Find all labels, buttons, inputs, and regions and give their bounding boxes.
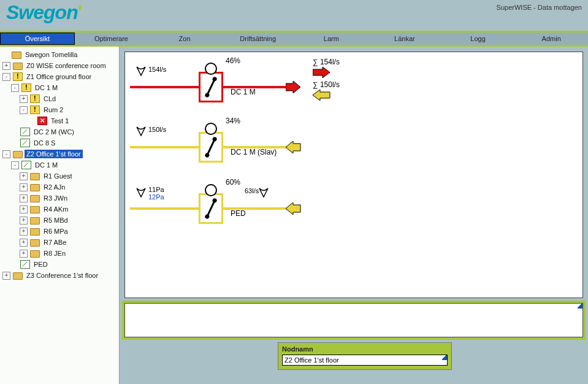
damper-dc1m-slav[interactable]	[199, 132, 223, 163]
tree-label: DC 2 M (WC)	[32, 128, 76, 136]
damper-dc1m[interactable]	[199, 72, 223, 102]
expand-icon[interactable]: +	[2, 62, 10, 70]
ok-icon	[20, 260, 30, 269]
tree-row[interactable]: +R4 AKm	[2, 204, 119, 215]
tree-row[interactable]: -Rum 2	[2, 104, 119, 115]
collapse-icon[interactable]: -	[11, 84, 19, 92]
expand-icon[interactable]: +	[2, 272, 10, 280]
tree-label: DC 1 M	[33, 83, 59, 92]
tree-row[interactable]: Swegon Tomelilla	[2, 49, 119, 60]
folder-icon	[30, 206, 40, 213]
tree-row[interactable]: Test 1	[2, 115, 119, 126]
arrow-left-icon	[286, 202, 302, 215]
spacer	[11, 261, 18, 268]
expand-icon[interactable]: +	[20, 183, 28, 191]
damper-pct: 46%	[226, 56, 240, 65]
tree-row[interactable]: -Z2 Office 1'st floor	[2, 148, 119, 159]
tree-label: R8 JEn	[42, 249, 67, 258]
tree-row[interactable]: +R3 JWn	[2, 193, 119, 204]
folder-icon	[30, 239, 40, 247]
nav-länkar[interactable]: Länkar	[368, 33, 441, 45]
arrow-right-icon	[286, 81, 302, 93]
tree-label: R7 ABe	[42, 238, 68, 247]
expand-icon[interactable]: +	[20, 95, 28, 103]
svg-marker-3	[286, 141, 300, 153]
folder-icon	[13, 63, 23, 70]
expand-icon[interactable]: +	[20, 228, 28, 236]
tree-label: R3 JWn	[42, 194, 69, 202]
nav-översikt[interactable]: Översikt	[0, 33, 75, 45]
tree-row[interactable]: +R7 ABe	[2, 237, 119, 248]
spacer	[11, 129, 18, 136]
spacer	[11, 140, 18, 147]
tree-row[interactable]: +R2 AJn	[2, 182, 119, 193]
ok-icon	[20, 139, 30, 147]
arrow-right-icon	[313, 67, 331, 78]
antenna-icon	[259, 188, 269, 198]
nav-larm[interactable]: Larm	[295, 33, 368, 45]
tree-row[interactable]: +CLd	[2, 93, 119, 104]
tree-label: Swegon Tomelilla	[23, 50, 79, 59]
tree-row[interactable]: +R5 MBd	[2, 215, 119, 226]
damper-name: PED	[231, 209, 246, 218]
folder-icon	[30, 184, 40, 191]
tree-label: Test 1	[49, 117, 71, 125]
warn-icon	[21, 83, 31, 92]
tree-label: PED	[32, 260, 50, 269]
damper-pct: 60%	[226, 178, 240, 186]
nodename-panel: Nodnamn	[278, 342, 452, 370]
tree-row[interactable]: +R8 JEn	[2, 248, 119, 259]
folder-icon	[30, 250, 40, 258]
nav-logg[interactable]: Logg	[441, 33, 515, 45]
tree-row[interactable]: +R1 Guest	[2, 171, 119, 182]
notes-area[interactable]	[124, 303, 583, 337]
antenna-icon	[136, 188, 146, 198]
damper-ped[interactable]	[199, 193, 223, 224]
expand-icon[interactable]: +	[20, 205, 28, 213]
pressure-setpoint: 12Pa	[148, 193, 164, 201]
antenna-icon	[136, 126, 146, 136]
tree-row[interactable]: DC 2 M (WC)	[2, 126, 119, 137]
collapse-icon[interactable]: -	[11, 161, 19, 169]
warn-icon	[30, 94, 40, 103]
ok-icon	[21, 161, 31, 169]
expand-icon[interactable]: +	[20, 194, 28, 202]
expand-icon[interactable]: +	[20, 172, 28, 180]
tree-row[interactable]: +Z0 WISE conference room	[2, 60, 119, 71]
nav-admin[interactable]: Admin	[514, 33, 588, 45]
arrow-left-icon	[313, 90, 331, 101]
nav-zon[interactable]: Zon	[148, 33, 221, 45]
status-text: SuperWISE - Data mottagen	[497, 2, 582, 11]
tree-row[interactable]: DC 8 S	[2, 137, 119, 148]
tree-row[interactable]: +Z3 Conference 1'st floor	[2, 270, 119, 281]
tree-row[interactable]: -DC 1 M	[2, 82, 119, 93]
svg-marker-2	[313, 90, 330, 101]
pressure-value: 11Pa	[148, 186, 164, 193]
arrow-left-icon	[286, 141, 302, 153]
tree-label: Rum 2	[42, 106, 65, 114]
folder-icon	[30, 228, 40, 236]
tree-label: Z2 Office 1'st floor	[25, 150, 83, 158]
tree-row[interactable]: PED	[2, 259, 119, 270]
svg-marker-1	[313, 67, 330, 78]
nav-optimerare[interactable]: Optimerare	[75, 33, 148, 45]
expand-icon[interactable]: +	[20, 217, 28, 225]
main-nav: ÖversiktOptimerareZonDriftsättningLarmLä…	[0, 31, 588, 47]
tree-label: R4 AKm	[42, 205, 70, 213]
tree-row[interactable]: -Z1 Office ground floor	[2, 71, 119, 82]
tree-panel[interactable]: Swegon Tomelilla+Z0 WISE conference room…	[0, 47, 120, 384]
nav-driftsättning[interactable]: Driftsättning	[221, 33, 295, 45]
nodename-input[interactable]	[282, 355, 448, 366]
tree-row[interactable]: +R6 MPa	[2, 226, 119, 237]
collapse-icon[interactable]: -	[20, 106, 28, 114]
folder-icon	[13, 151, 23, 158]
tree-label: Z3 Conference 1'st floor	[25, 271, 100, 280]
tree-label: Z1 Office ground floor	[25, 72, 93, 81]
expand-icon[interactable]: +	[20, 239, 28, 247]
collapse-icon[interactable]: -	[2, 150, 10, 158]
damper-name: DC 1 M	[231, 88, 256, 96]
expand-icon[interactable]: +	[20, 250, 28, 258]
tree-row[interactable]: -DC 1 M	[2, 159, 119, 171]
nodename-title: Nodnamn	[282, 345, 448, 353]
collapse-icon[interactable]: -	[2, 73, 10, 81]
